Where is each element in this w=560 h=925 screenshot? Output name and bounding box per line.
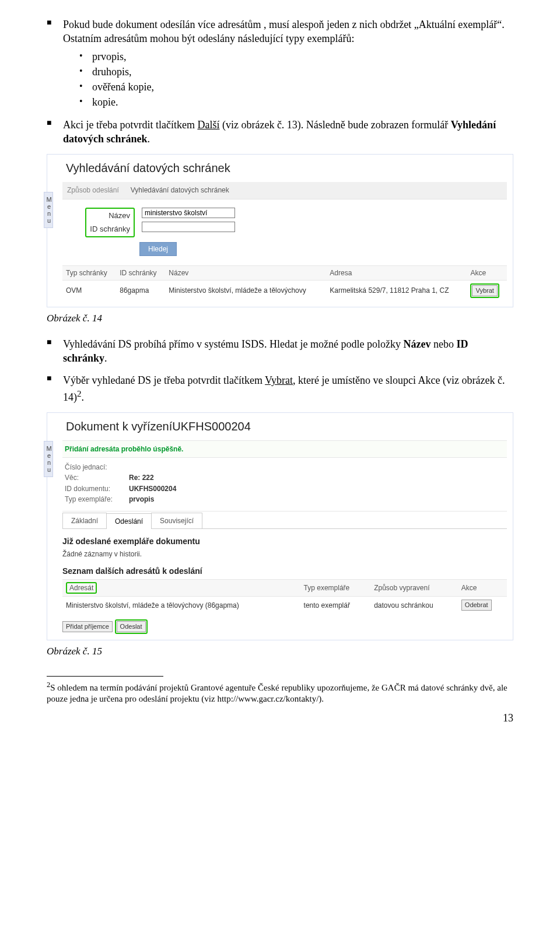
crumb-label: Způsob odeslání: [67, 186, 119, 194]
breadcrumb: Způsob odeslání Vyhledávání datových sch…: [62, 182, 507, 199]
cell-name: Ministerstvo školství, mládeže a tělovýc…: [165, 281, 326, 301]
table-row: OVM 86gapma Ministerstvo školství, mláde…: [62, 281, 507, 301]
col-address: Adresa: [326, 265, 467, 280]
rcol-adresat: Adresát: [62, 580, 300, 597]
col-type: Typ schránky: [62, 265, 116, 280]
tab-souvisejici[interactable]: Související: [151, 513, 202, 528]
col-action: Akce: [467, 265, 507, 280]
cell-action: Vybrat: [467, 281, 507, 301]
rcol-action: Akce: [458, 580, 507, 597]
tab-odeslani[interactable]: Odeslání: [106, 513, 152, 529]
id-input[interactable]: [142, 222, 235, 232]
label-nazev: Název: [108, 211, 130, 221]
bullet-1: Pokud bude dokument odesílán více adresá…: [47, 17, 513, 110]
rcol-method: Způsob vypravení: [370, 580, 458, 597]
figure-15: Menu Dokument k vyřízeníUKFHS000204 Přid…: [47, 412, 513, 640]
panel-title-2: Dokument k vyřízeníUKFHS000204: [66, 419, 507, 435]
highlight-odeslat: Odeslat: [115, 619, 148, 634]
cell-id: 86gapma: [116, 281, 165, 301]
section-recipients-title: Seznam dalších adresátů k odeslání: [62, 566, 507, 577]
b3-bold1: Název: [403, 338, 430, 350]
caption-14: Obrázek č. 14: [47, 312, 513, 325]
b2-end: .: [148, 133, 150, 145]
menu-tab[interactable]: Menu: [44, 192, 53, 228]
bullet-2: Akci je třeba potvrdit tlačítkem Další (…: [47, 118, 513, 146]
bullet-3: Vyhledávání DS probíhá přímo v systému I…: [47, 337, 513, 366]
no-records: Žádné záznamy v historii.: [62, 549, 507, 559]
label-id: ID schránky: [90, 224, 130, 234]
highlight-vybrat: Vybrat: [470, 283, 499, 298]
meta-l1: Číslo jednací:: [65, 462, 129, 472]
nazev-input[interactable]: [142, 208, 235, 218]
meta-l4: Typ exempláře:: [65, 495, 129, 504]
col-name: Název: [165, 265, 326, 280]
bullet-4: Výběr vyhledané DS je třeba potvrdit tla…: [47, 373, 513, 404]
highlight-labels: Název ID schránky: [85, 208, 135, 237]
b2-post: (viz obrázek č. 13). Následně bude zobra…: [219, 119, 450, 131]
b2-link: Další: [197, 119, 219, 131]
page-number: 13: [47, 711, 513, 725]
highlight-adresat: Adresát: [66, 582, 97, 594]
rcell-action: Odebrat: [458, 597, 507, 614]
cell-address: Karmelitská 529/7, 11812 Praha 1, CZ: [326, 281, 467, 301]
success-message: Přidání adresáta proběhlo úspěšně.: [62, 440, 507, 458]
meta-v2: Re: 222: [129, 473, 154, 482]
cell-type: OVM: [62, 281, 116, 301]
menu-tab-2[interactable]: Menu: [44, 441, 53, 477]
table-row: Ministerstvo školství, mládeže a tělovýc…: [62, 597, 507, 614]
search-button[interactable]: Hledej: [139, 242, 177, 256]
b4-link: Vybrat: [265, 374, 293, 386]
section-sent-title: Již odeslané exempláře dokumentu: [62, 536, 507, 547]
figure-14: Menu Vyhledávání datových schránek Způso…: [47, 154, 513, 307]
meta-l3: ID dokumentu:: [65, 484, 129, 493]
button-row: Přidat příjemce Odeslat: [62, 619, 507, 634]
b2-pre: Akci je třeba potvrdit tlačítkem: [63, 119, 197, 131]
meta-v3: UKFHS000204: [129, 484, 176, 493]
b3-mid: nebo: [430, 338, 456, 350]
odebrat-button[interactable]: Odebrat: [461, 600, 492, 611]
tab-zakladni[interactable]: Základní: [62, 513, 107, 528]
sub-2: druhopis,: [79, 65, 513, 79]
meta-block: Číslo jednací: Věc:Re: 222 ID dokumentu:…: [62, 458, 507, 511]
send-button[interactable]: Odeslat: [117, 621, 146, 632]
sub-4: kopie.: [79, 95, 513, 109]
recipients-table: Adresát Typ exempláře Způsob vypravení A…: [62, 579, 507, 614]
bullet-1-text: Pokud bude dokument odesílán více adresá…: [63, 19, 505, 44]
b4-end: .: [82, 391, 85, 403]
caption-15: Obrázek č. 15: [47, 645, 513, 658]
meta-v4: prvopis: [129, 495, 154, 504]
meta-l2: Věc:: [65, 473, 129, 482]
b3-end: .: [104, 352, 107, 364]
add-recipient-button[interactable]: Přidat příjemce: [62, 621, 113, 632]
footnote: 2S ohledem na termín podávání projektů G…: [47, 680, 513, 705]
b4-a: Výběr vyhledané DS je třeba potvrdit tla…: [63, 374, 265, 386]
sub-1: prvopis,: [79, 50, 513, 64]
footnote-separator: [47, 676, 163, 677]
rcol-type: Typ exempláře: [300, 580, 371, 597]
panel-title: Vyhledávání datových schránek: [66, 160, 507, 176]
vybrat-button[interactable]: Vybrat: [472, 285, 497, 296]
sub-3: ověřená kopie,: [79, 80, 513, 94]
col-id: ID schránky: [116, 265, 165, 280]
form-area: Název ID schránky Hledej: [62, 208, 507, 262]
footnote-text: S ohledem na termín podávání projektů Gr…: [47, 683, 508, 704]
b4-sup: 2: [77, 389, 82, 398]
b3-a: Vyhledávání DS probíhá přímo v systému I…: [63, 338, 403, 350]
crumb-value: Vyhledávání datových schránek: [131, 186, 229, 194]
rcell-adresat: Ministerstvo školství, mládeže a tělovýc…: [62, 597, 300, 614]
results-table: Typ schránky ID schránky Název Adresa Ak…: [62, 265, 507, 301]
rcell-type: tento exemplář: [300, 597, 371, 614]
rcell-method: datovou schránkou: [370, 597, 458, 614]
tabs: Základní Odeslání Související: [62, 513, 507, 529]
